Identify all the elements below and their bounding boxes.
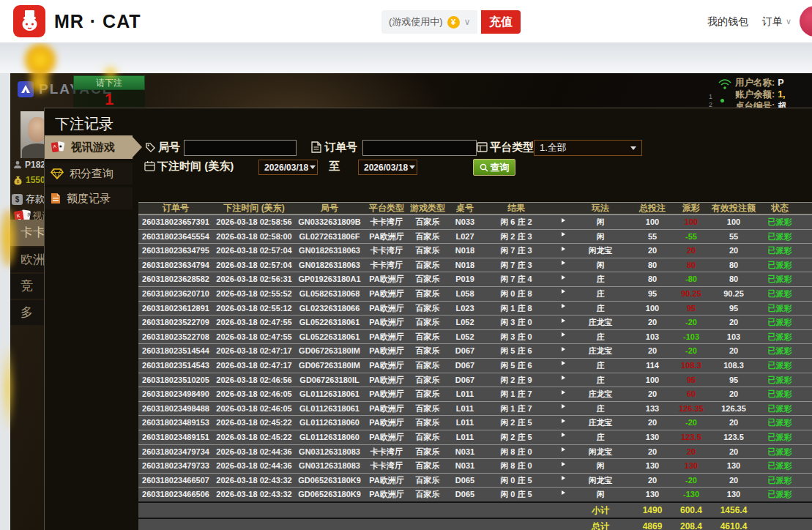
table-cell: 百家乐	[409, 330, 446, 344]
table-cell: 百家乐	[409, 287, 446, 301]
table-cell: 卡卡湾厅	[364, 459, 409, 473]
top-header: MR · CAT (游戏使用中) ¥ ∨ 充值 我的钱包 订单 ∨	[0, 0, 812, 42]
bet-time-filter-label: 下注时间 (美东)	[157, 160, 234, 173]
bg-menu-item-3[interactable]: 竞	[10, 274, 44, 299]
table-cell	[548, 244, 567, 258]
subtotal-row: 小计1490600.41456.4	[138, 503, 812, 518]
table-cell: 95	[633, 287, 671, 301]
table-cell: 闲	[567, 488, 633, 501]
table-cell: 百家乐	[409, 373, 446, 387]
table-cell: 4610.4	[711, 519, 756, 530]
table-cell: D067	[446, 359, 484, 373]
table-cell: 130	[633, 459, 671, 473]
table-row: 2603180234797332026-03-18 02:44:36GN0312…	[138, 458, 812, 473]
table-cell: 2026-03-18 02:58:00	[213, 230, 295, 244]
order-input[interactable]	[362, 140, 477, 156]
bet-timer-widget: 请下注 1	[73, 75, 145, 110]
table-cell: 闲 1 庄 7	[484, 402, 548, 416]
gold-decor	[101, 66, 120, 81]
table-cell: 百家乐	[409, 459, 446, 473]
orders-chevron-icon: ∨	[786, 0, 791, 42]
date-from-picker[interactable]: 2026/03/18	[258, 160, 318, 175]
page: MR · CAT (游戏使用中) ¥ ∨ 充值 我的钱包 订单 ∨ PLAYAC…	[0, 0, 812, 530]
table-cell: 已派彩	[756, 215, 803, 229]
table-cell: 闲 8 庄 0	[484, 445, 548, 459]
table-row: 2603180235227092026-03-18 02:47:55GL0522…	[138, 315, 812, 329]
bg-menu-item-4[interactable]: 多	[10, 300, 44, 325]
table-cell: 2026-03-18 02:45:22	[213, 430, 295, 444]
table-cell: 结果	[484, 203, 548, 214]
table-cell: 庄	[567, 359, 633, 373]
recharge-button[interactable]: 充值	[481, 10, 521, 34]
table-cell: D065	[446, 474, 484, 488]
table-cell: 130	[633, 488, 671, 501]
table-cell: 2026-03-18 02:46:56	[213, 373, 295, 387]
wallet-status-label: (游戏使用中)	[389, 15, 443, 29]
table-cell: 已派彩	[756, 459, 803, 473]
table-cell	[548, 258, 567, 272]
deposit-button[interactable]: $ 存款	[12, 193, 45, 206]
table-cell: D067	[446, 344, 484, 358]
table-cell: 庄	[567, 330, 633, 344]
table-cell: PA欧洲厅	[364, 302, 409, 316]
table-cell: 2026-03-18 02:56:31	[213, 272, 295, 286]
table-cell: 已派彩	[756, 488, 803, 501]
table-cell: PA欧洲厅	[364, 373, 409, 387]
table-cell: 260318023634795	[138, 244, 213, 258]
round-input[interactable]	[184, 140, 297, 156]
wallet-status-dropdown[interactable]: (游戏使用中) ¥ ∨	[381, 10, 477, 34]
table-cell: 闲 7 庄 4	[484, 272, 548, 286]
search-icon	[480, 163, 488, 172]
table-row: 2603180234797342026-03-18 02:44:36GN0312…	[138, 444, 812, 459]
table-cell	[364, 503, 409, 518]
table-cell: 百家乐	[409, 416, 446, 430]
coin-icon: ¥	[447, 16, 460, 29]
table-cell: 庄龙宝	[567, 387, 633, 401]
table-cell: 20	[711, 474, 756, 488]
table-cell: 20	[633, 387, 671, 401]
table-cell: -20	[671, 344, 711, 358]
table-cell: 百家乐	[409, 488, 446, 501]
table-cell: 20	[711, 416, 756, 430]
table-cell: 80	[671, 258, 711, 272]
table-row: 2603180236285822026-03-18 02:56:31GP0192…	[138, 272, 812, 286]
table-row: 2603180236347952026-03-18 02:57:04GN0182…	[138, 243, 812, 258]
orders-link[interactable]: 订单	[762, 0, 783, 42]
table-cell: 260318023510205	[138, 373, 213, 387]
tab-quota-records[interactable]: 额度记录	[45, 187, 133, 209]
table-cell: 95	[711, 302, 756, 316]
my-wallet-link[interactable]: 我的钱包	[707, 0, 748, 42]
date-range-to-label: 至	[329, 160, 340, 173]
table-cell: 260318023522709	[138, 316, 213, 329]
date-to-picker[interactable]: 2026/03/18	[358, 160, 417, 175]
chevron-down-icon	[630, 146, 636, 150]
table-cell: 庄	[567, 402, 633, 416]
table-cell: 闲 3 庄 0	[484, 330, 548, 344]
table-cell	[548, 330, 567, 344]
bg-menu-europe-hall[interactable]: 欧洲厅	[10, 247, 44, 272]
table-cell: PA欧洲厅	[364, 272, 409, 286]
platform-select[interactable]: 1.全部	[534, 140, 642, 156]
table-cell: 百家乐	[409, 230, 446, 244]
table-cell: PA欧洲厅	[364, 430, 409, 444]
table-cell: 平台类型	[364, 203, 409, 214]
tab-video-games[interactable]: A 视讯游戏	[45, 135, 133, 159]
table-cell: 已派彩	[756, 416, 803, 430]
table-cell: 已派彩	[756, 287, 803, 301]
table-cell: 庄	[567, 287, 633, 301]
table-cell: 123.5	[671, 430, 711, 444]
table-cell: GL01126318061	[295, 387, 364, 401]
table-cell: 2026-03-18 02:57:04	[213, 244, 295, 258]
table-cell	[364, 519, 409, 530]
table-cell: 闲	[567, 215, 633, 229]
cat-logo-icon[interactable]	[13, 5, 45, 37]
table-cell: 已派彩	[756, 474, 803, 488]
table-row: 2603180236207102026-03-18 02:55:52GL0582…	[138, 286, 812, 301]
search-button[interactable]: 查询	[473, 159, 515, 176]
table-cell	[548, 344, 567, 358]
table-cell	[803, 416, 812, 430]
tab-points-query[interactable]: 积分查询	[45, 163, 133, 184]
user-avatar[interactable]	[800, 6, 812, 37]
table-row: 2603180235145432026-03-18 02:47:17GD0672…	[138, 358, 812, 373]
table-cell: 20	[711, 316, 756, 329]
